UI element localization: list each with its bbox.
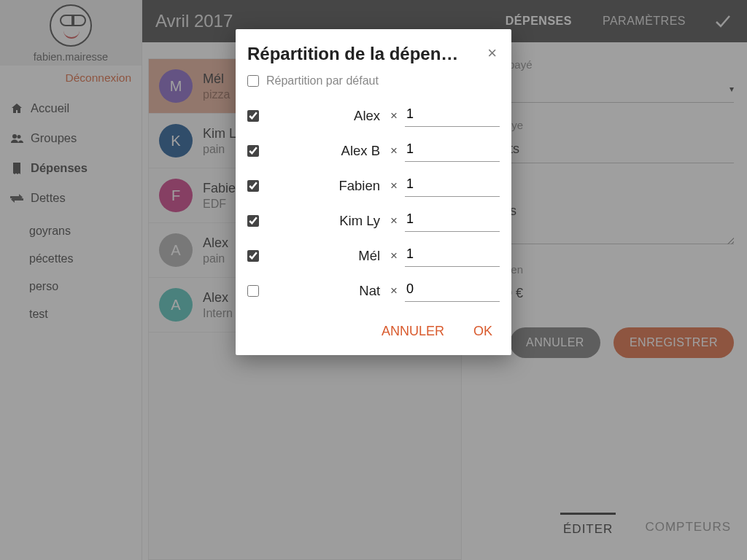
share-checkbox[interactable]	[247, 145, 259, 157]
share-name: Kim Ly	[266, 213, 383, 229]
share-checkbox[interactable]	[247, 215, 259, 227]
share-name: Alex B	[266, 143, 383, 159]
multiply-icon: ×	[390, 249, 398, 263]
share-name: Nat	[266, 283, 383, 299]
modal-actions: ANNULER OK	[247, 315, 500, 343]
multiply-icon: ×	[390, 109, 398, 123]
modal-ok[interactable]: OK	[473, 324, 492, 339]
share-value-input[interactable]	[405, 105, 500, 127]
default-share-row: Répartition par défaut	[247, 74, 500, 88]
default-share-label: Répartition par défaut	[266, 74, 379, 88]
multiply-icon: ×	[390, 179, 398, 193]
share-name: Alex	[266, 108, 383, 124]
multiply-icon: ×	[390, 284, 398, 298]
modal-title: Répartition de la dépen…	[247, 44, 458, 64]
default-share-checkbox[interactable]	[247, 75, 259, 87]
share-name: Mél	[266, 248, 383, 264]
share-value-input[interactable]	[405, 210, 500, 232]
share-value-input[interactable]	[405, 245, 500, 267]
share-row: Alex×	[247, 105, 500, 127]
multiply-icon: ×	[390, 214, 398, 228]
share-row: Nat×	[247, 280, 500, 302]
share-modal: Répartition de la dépen… × Répartition p…	[236, 29, 511, 355]
share-value-input[interactable]	[405, 140, 500, 162]
share-value-input[interactable]	[405, 280, 500, 302]
modal-cancel[interactable]: ANNULER	[382, 324, 444, 339]
share-rows: Alex×Alex B×Fabien×Kim Ly×Mél×Nat×	[247, 105, 500, 302]
share-name: Fabien	[266, 178, 383, 194]
share-row: Fabien×	[247, 175, 500, 197]
modal-scrim[interactable]: Répartition de la dépen… × Répartition p…	[0, 0, 747, 560]
share-checkbox[interactable]	[247, 250, 259, 262]
share-checkbox[interactable]	[247, 180, 259, 192]
share-row: Mél×	[247, 245, 500, 267]
share-checkbox[interactable]	[247, 285, 259, 297]
share-row: Alex B×	[247, 140, 500, 162]
share-value-input[interactable]	[405, 175, 500, 197]
app-root: fabien.mairesse Déconnexion Accueil Grou…	[0, 0, 747, 560]
close-icon[interactable]: ×	[484, 44, 500, 63]
share-checkbox[interactable]	[247, 110, 259, 122]
multiply-icon: ×	[390, 144, 398, 158]
share-row: Kim Ly×	[247, 210, 500, 232]
